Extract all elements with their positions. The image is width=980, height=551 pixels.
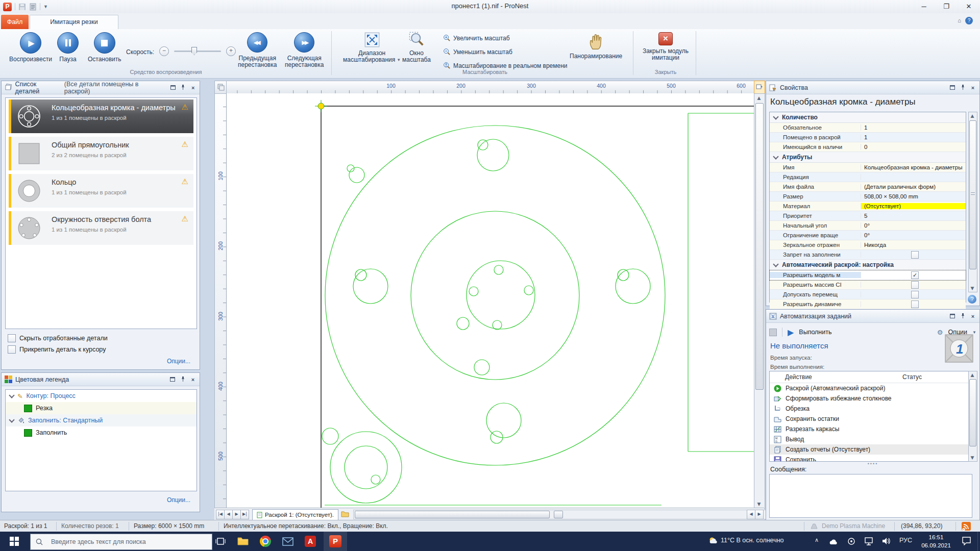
speed-minus-button[interactable]: −: [159, 46, 169, 56]
file-explorer-icon[interactable]: [236, 534, 250, 548]
checkbox[interactable]: [911, 251, 919, 259]
prop-row[interactable]: Разрешить динамиче: [770, 299, 966, 309]
prop-row[interactable]: Запрет на заполнени: [770, 250, 966, 260]
close-simulation-module-button[interactable]: ✕ Закрыть модульимитации: [638, 32, 693, 61]
prop-row[interactable]: Имеющийся в наличи0: [770, 142, 966, 152]
task-row[interactable]: Обрезка: [770, 404, 972, 414]
prop-row[interactable]: Приоритет5: [770, 211, 966, 221]
zoom-realtime-button[interactable]: Масштабирование в реальном времени: [443, 62, 568, 69]
prop-group[interactable]: Количество: [770, 112, 966, 123]
prev-sheet-button[interactable]: ◀: [224, 510, 233, 519]
help-bubble-icon[interactable]: ?: [968, 295, 976, 304]
previous-rearrangement-button[interactable]: ◀◀ Предыдущаяперестановка: [238, 32, 277, 68]
prop-group[interactable]: Атрибуты: [770, 152, 966, 163]
meet-now-icon[interactable]: [847, 537, 855, 545]
report-icon[interactable]: [29, 3, 37, 11]
scroll-down-icon[interactable]: ▼: [754, 502, 764, 507]
hscroll-thumb[interactable]: [355, 511, 550, 518]
task-row[interactable]: Сформировать избежание столкнове: [770, 393, 972, 404]
zoom-range-button[interactable]: Диапазонмасштабирования▼: [343, 32, 401, 63]
part-item-selected[interactable]: Кольцеобразная кромка - диаметры 1 из 1 …: [9, 99, 193, 133]
part-item[interactable]: Окружность отверстия болта 1 из 1 помеще…: [9, 211, 193, 245]
tab-file[interactable]: Файл: [1, 15, 29, 29]
prop-row-material[interactable]: Материал(Отсутствует): [770, 202, 966, 211]
parts-options-link[interactable]: Опции...: [167, 358, 190, 365]
hscroll-left-icon[interactable]: ◀: [747, 510, 755, 519]
tab-simulation[interactable]: Имитация резки: [30, 15, 118, 30]
task-row[interactable]: Разрезать каркасы: [770, 424, 972, 434]
pause-button[interactable]: Пауза: [57, 32, 79, 63]
prop-row[interactable]: Редакция: [770, 172, 966, 182]
zoom-out-button[interactable]: Уменьшить масштаб: [443, 48, 512, 56]
scroll-origin-button[interactable]: [754, 81, 765, 94]
legend-node-fill[interactable]: Заполнить: Стандартный: [6, 414, 197, 427]
scroll-down-icon[interactable]: ▼: [969, 286, 976, 291]
panel-float-icon[interactable]: [949, 84, 956, 91]
legend-item-fill[interactable]: Заполнить: [6, 427, 197, 439]
next-rearrangement-button[interactable]: ▶▶ Следующаяперестановка: [285, 32, 324, 68]
prop-row[interactable]: Имя файла(Детали различных форм): [770, 182, 966, 192]
part-item[interactable]: Кольцо 1 из 1 помещены в раскрой ⚠: [9, 174, 193, 208]
show-desktop-strip[interactable]: [977, 532, 980, 551]
next-sheet-button[interactable]: ▶: [232, 510, 241, 519]
close-button[interactable]: ✕: [958, 0, 980, 13]
prop-row[interactable]: Допускать перемещ: [770, 290, 966, 299]
task-row[interactable]: Сохранить: [770, 455, 972, 462]
tray-expand-icon[interactable]: ∧: [815, 537, 819, 543]
scroll-down-icon[interactable]: ▼: [969, 455, 976, 460]
prop-row[interactable]: ИмяКольцеобразная кромка - диаметры: [770, 163, 966, 172]
legend-node-contour[interactable]: ✎ Контур: Процесс: [6, 390, 197, 402]
scroll-thumb[interactable]: [969, 120, 976, 269]
chrome-icon[interactable]: [258, 534, 273, 548]
prop-group[interactable]: Автоматический раскрой: настройка: [770, 260, 966, 270]
language-indicator[interactable]: РУС: [899, 537, 912, 544]
hscroll-splitter[interactable]: [554, 511, 563, 518]
taskbar-search-input[interactable]: Введите здесь текст для поиска: [30, 534, 212, 550]
prop-row[interactable]: Зеркальное отраженНикогда: [770, 240, 966, 250]
help-icon[interactable]: ?: [965, 17, 973, 24]
hscroll-right-icon[interactable]: ▶: [755, 510, 764, 519]
rss-icon[interactable]: [962, 522, 971, 531]
prop-row[interactable]: Обязательное1: [770, 123, 966, 133]
speed-slider-track[interactable]: [174, 51, 221, 52]
panel-close-icon[interactable]: ×: [969, 313, 976, 320]
last-sheet-button[interactable]: ▶|: [240, 510, 249, 519]
panel-pin-icon[interactable]: [180, 84, 187, 91]
prop-row[interactable]: Размер508,00 × 508,00 mm: [770, 192, 966, 202]
stop-button[interactable]: Остановить: [88, 32, 121, 63]
scroll-up-icon[interactable]: ▲: [969, 113, 976, 118]
sheet-tab[interactable]: Раскрой 1: (Отсутствует).: [252, 509, 338, 520]
legend-item-cut[interactable]: Резка: [6, 402, 197, 414]
clock[interactable]: 16:51 06.09.2021: [917, 533, 955, 549]
messages-box[interactable]: [769, 474, 972, 518]
panel-pin-icon[interactable]: [179, 376, 186, 383]
panel-close-icon[interactable]: ×: [189, 376, 197, 383]
task-row[interactable]: Раскрой (Автоматический раскрой): [770, 383, 972, 393]
prop-row[interactable]: Ограничение враще0°: [770, 231, 966, 240]
new-sheet-icon[interactable]: [341, 510, 349, 517]
checkbox[interactable]: [911, 281, 919, 289]
col-action[interactable]: Действие: [770, 373, 902, 381]
task-row[interactable]: Сохранить остатки: [770, 414, 972, 424]
acrobat-icon[interactable]: A: [303, 534, 317, 548]
speed-plus-button[interactable]: +: [226, 46, 236, 56]
zoom-in-button[interactable]: Увеличить масштаб: [443, 34, 510, 42]
task-row[interactable]: M.G. Вывод: [770, 434, 972, 444]
weather-text[interactable]: 11°C В осн. солнечно: [721, 537, 784, 544]
zoom-window-button[interactable]: Окномасштаба: [402, 31, 431, 63]
network-icon[interactable]: [865, 537, 874, 545]
notification-icon[interactable]: [962, 537, 971, 545]
prop-row[interactable]: Разрешить массив CI: [770, 280, 966, 290]
vscroll-thumb[interactable]: [755, 103, 764, 390]
play-button[interactable]: ▶ Воспроизвести: [9, 32, 52, 63]
mail-icon[interactable]: [281, 534, 295, 548]
col-status[interactable]: Статус: [902, 373, 922, 381]
part-item[interactable]: Общий прямоугольник 2 из 2 помещены в ра…: [9, 137, 193, 170]
panel-float-icon[interactable]: [949, 313, 956, 320]
canvas-vscrollbar[interactable]: ▲ ▼: [754, 93, 765, 509]
volume-icon[interactable]: [882, 537, 891, 545]
prop-row[interactable]: Начальный угол0°: [770, 221, 966, 231]
qat-dropdown-icon[interactable]: ▼: [43, 4, 48, 9]
nest-canvas[interactable]: [226, 93, 754, 508]
task-row-selected[interactable]: Создать отчеты (Отсутствует): [770, 444, 972, 455]
